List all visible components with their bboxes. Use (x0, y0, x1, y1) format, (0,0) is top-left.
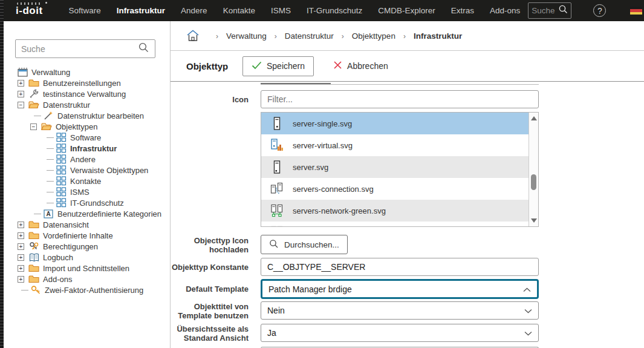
expand-icon[interactable]: + (18, 265, 24, 272)
breadcrumb-separator: › (342, 32, 344, 41)
icon-label: Icon (171, 90, 249, 227)
tree-item-datenstruktur-bearbeiten[interactable]: Datenstruktur bearbeiten (4, 110, 170, 121)
nav-item-software[interactable]: Software (61, 6, 109, 15)
tree-item-benutzerdefinierte-kategorien[interactable]: ABenutzerdefinierte Kategorien (4, 208, 170, 219)
constant-input[interactable] (261, 258, 539, 276)
collapse-icon[interactable]: − (30, 123, 37, 130)
breadcrumb-item-objekttypen[interactable]: Objekttypen (352, 31, 395, 41)
servers-network-off-icon (270, 226, 284, 227)
icon-option-server-svg[interactable]: server.svg (261, 156, 538, 178)
servers-connection-icon (270, 182, 284, 195)
tree-item-logbuch[interactable]: +Logbuch (4, 252, 170, 263)
x-icon (333, 61, 342, 71)
icon-option-servers-connection-svg[interactable]: servers-connection.svg (261, 178, 538, 200)
tree-item-zwei-faktor-authentisierung[interactable]: Zwei-Faktor-Authentisierung (4, 284, 170, 295)
tree-item-objekttypen[interactable]: −Objekttypen (4, 121, 170, 132)
tree-item-label: Software (70, 133, 101, 142)
search-icon[interactable] (558, 4, 568, 17)
expand-icon[interactable]: + (18, 243, 24, 250)
panel-resize-grip[interactable] (0, 0, 4, 348)
tree-item-testinstance-verwaltung[interactable]: +testinstance Verwaltung (4, 88, 170, 99)
tree-item-label: Datenstruktur (43, 100, 90, 110)
tree-item-andere[interactable]: Andere (4, 154, 170, 165)
icon-option-server-virtual-svg[interactable]: server-virtual.svg (261, 134, 538, 156)
help-icon[interactable]: ? (593, 4, 606, 17)
tree-item-label: Datenansicht (43, 220, 89, 229)
scroll-up-arrow[interactable] (531, 116, 537, 120)
tree-item-import-und-schnittstellen[interactable]: +Import und Schnittstellen (4, 263, 170, 274)
logo-registered-mark (45, 2, 47, 4)
tree-item-datenansicht[interactable]: +Datenansicht (4, 219, 170, 230)
tree-item-label: Benutzerdefinierte Kategorien (57, 209, 161, 218)
tree-item-label: Benutzereinstellungen (43, 79, 121, 88)
main-content: ›Verwaltung›Datenstruktur›Objekttypen›In… (171, 21, 644, 348)
objecttype-icon (56, 154, 67, 164)
overview-default-dropdown[interactable]: Ja (261, 324, 539, 342)
tree-item-benutzereinstellungen[interactable]: +Benutzereinstellungen (4, 77, 170, 88)
scroll-down-arrow[interactable] (531, 218, 537, 223)
tree-connector (21, 290, 28, 291)
expand-icon[interactable]: + (18, 232, 24, 239)
breadcrumb-item-datenstruktur[interactable]: Datenstruktur (285, 31, 334, 41)
nav-item-isms[interactable]: ISMS (263, 6, 299, 15)
collapse-icon[interactable]: − (18, 102, 24, 108)
breadcrumb-item-verwaltung[interactable]: Verwaltung (226, 31, 267, 41)
title-from-template-dropdown[interactable]: Nein (261, 301, 539, 320)
nav-item-infrastruktur[interactable]: Infrastruktur (109, 6, 173, 15)
language-selector[interactable]: DE (630, 5, 644, 16)
expand-icon[interactable]: + (18, 80, 24, 87)
global-search-input[interactable] (532, 6, 558, 15)
tree-connector (34, 116, 41, 116)
tree-item-software[interactable]: Software (4, 132, 170, 143)
nav-item-andere[interactable]: Andere (173, 6, 215, 15)
tree-item-berechtigungen[interactable]: +Berechtigungen (4, 241, 170, 252)
nav-item-add-ons[interactable]: Add-ons (482, 6, 528, 15)
expand-icon[interactable]: + (18, 222, 24, 228)
navbar-right: ? DE a (528, 2, 644, 19)
default-template-dropdown[interactable]: Patch Manager brdige (261, 279, 539, 299)
icon-list-scrollbar[interactable] (529, 113, 538, 226)
tree-connector (34, 214, 41, 214)
tree-item-datenstruktur[interactable]: −Datenstruktur (4, 99, 170, 110)
expand-icon[interactable]: + (18, 254, 24, 261)
tree-item-add-ons[interactable]: +Add-ons (4, 274, 170, 284)
nav-item-extras[interactable]: Extras (443, 6, 482, 15)
tree-item-verwaltung[interactable]: Verwaltung (4, 67, 170, 77)
tree-item-vordefinierte-inhalte[interactable]: +Vordefinierte Inhalte (4, 230, 170, 241)
icon-filter-input[interactable] (261, 90, 539, 108)
save-button[interactable]: Speichern (242, 56, 314, 76)
icon-option-servers-network-off-svg[interactable]: servers-network-off.svg (261, 222, 538, 227)
tree-item-kontakte[interactable]: Kontakte (4, 176, 170, 186)
tree-item-label: Import und Schnittstellen (43, 264, 129, 273)
app-logo[interactable]: i-doit (16, 5, 43, 17)
global-search[interactable] (528, 2, 571, 19)
scrolled-field-border (261, 84, 539, 85)
icon-option-servers-network-green-svg[interactable]: servers-network-green.svg (261, 200, 538, 222)
search-icon (269, 239, 279, 251)
a-box-icon: A (43, 209, 54, 218)
sidebar: Verwaltung+Benutzereinstellungen+testins… (4, 21, 171, 348)
nav-item-kontakte[interactable]: Kontakte (215, 6, 263, 15)
browse-button[interactable]: Durchsuchen... (261, 235, 348, 254)
scrollbar-thumb[interactable] (531, 174, 536, 190)
cancel-button[interactable]: Abbrechen (327, 56, 394, 76)
icon-option-server-single-svg[interactable]: server-single.svg (261, 113, 538, 134)
tree-connector (47, 137, 54, 138)
nav-item-it-grundschutz[interactable]: IT-Grundschutz (299, 6, 370, 15)
expand-icon[interactable]: + (18, 91, 24, 97)
tree-item-infrastruktur[interactable]: Infrastruktur (4, 143, 170, 154)
sidebar-search[interactable] (15, 39, 155, 58)
tree-item-verwaiste-objekttypen[interactable]: Verwaiste Objekttypen (4, 165, 170, 176)
home-icon[interactable] (186, 30, 200, 42)
nav-item-cmdb-explorer[interactable]: CMDB-Explorer (370, 6, 443, 15)
breadcrumb-item-infrastruktur[interactable]: Infrastruktur (414, 31, 462, 41)
tree-item-label: Kontakte (70, 177, 101, 186)
search-icon[interactable] (138, 42, 149, 56)
expand-icon[interactable]: + (18, 276, 24, 283)
sidebar-search-input[interactable] (21, 44, 138, 54)
tree-item-isms[interactable]: ISMS (4, 186, 170, 197)
folder-closed-icon (28, 263, 39, 273)
tree-item-it-grundschutz[interactable]: IT-Grundschutz (4, 197, 170, 208)
tree-connector (47, 192, 54, 192)
logo-dots (17, 2, 41, 5)
